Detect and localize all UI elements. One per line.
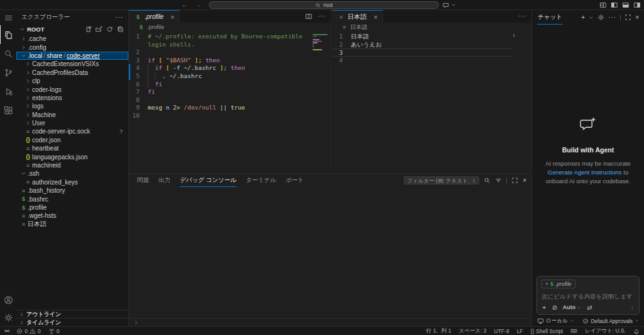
explorer-more-actions-icon[interactable]: ··· — [115, 14, 123, 21]
maximize-chat-icon[interactable] — [625, 14, 631, 21]
code-line[interactable]: login shells. — [129, 41, 312, 49]
tree-item[interactable]: $.bashrc — [16, 195, 128, 203]
keyboard-layout[interactable]: レイアウト: U.S. — [585, 327, 626, 335]
breadcrumb[interactable]: $ .profile — [129, 23, 331, 31]
add-context-chip[interactable]: + $ .profile — [541, 280, 575, 288]
code-line[interactable]: 7fi — [129, 88, 312, 96]
outline-section[interactable]: アウトライン — [16, 310, 128, 318]
tree-item[interactable]: CachedProfilesData — [16, 69, 128, 77]
code-line[interactable]: 4 — [332, 57, 513, 65]
notifications-bell-icon[interactable] — [633, 328, 640, 334]
keyboard-layout-icon[interactable] — [570, 327, 577, 334]
approvals-picker[interactable]: Default Approvals — [582, 318, 639, 324]
customize-layout-icon[interactable] — [599, 1, 607, 9]
debug-console-input[interactable] — [129, 318, 531, 326]
toggle-secondary-sidebar-icon[interactable] — [633, 1, 641, 9]
tree-item[interactable]: ≡code-server-ipc.sock? — [16, 127, 128, 135]
tree-item[interactable]: ≡heartbeat — [16, 144, 128, 152]
toggle-primary-sidebar-icon[interactable] — [611, 1, 618, 9]
ports-status[interactable]: 0 — [48, 328, 60, 334]
activity-item-run-and-debug[interactable] — [0, 82, 16, 101]
tree-item[interactable]: Machine — [16, 111, 128, 119]
code-line[interactable]: 9mesg n 2> /dev/null || true — [129, 104, 312, 112]
editor-more-actions-icon[interactable]: ··· — [518, 13, 526, 20]
new-folder-icon[interactable] — [96, 26, 103, 33]
chat-more-actions-icon[interactable]: ··· — [608, 14, 616, 21]
model-picker[interactable]: Auto — [563, 304, 582, 310]
tree-item[interactable]: coder-logs — [16, 85, 128, 93]
close-tab-icon[interactable]: × — [374, 13, 377, 21]
tab-chat[interactable]: チャット — [537, 10, 563, 25]
code-line[interactable]: 2 — [129, 48, 312, 57]
close-tab-icon[interactable]: × — [170, 13, 174, 21]
maximize-panel-icon[interactable] — [511, 177, 518, 184]
breadcrumb[interactable]: ≡ 日本語 — [332, 23, 531, 31]
activity-item-menu[interactable] — [0, 10, 16, 25]
eol[interactable]: LF — [517, 328, 523, 334]
send-icon[interactable]: ↑ — [631, 304, 635, 311]
back-arrow-icon[interactable]: ← — [182, 0, 188, 9]
cursor-position[interactable]: 行 1、列 1 — [426, 327, 452, 335]
tree-item[interactable]: clp — [16, 77, 128, 85]
code-editor-nihongo[interactable]: 1日本語2あいうえお34 — [332, 33, 513, 173]
tab-profile[interactable]: $ .profile × — [129, 10, 180, 23]
tab-nihongo[interactable]: ≡ 日本語 × — [332, 10, 383, 23]
language-mode[interactable]: {} Shell Script — [531, 328, 564, 334]
activity-item-source-control[interactable] — [0, 63, 16, 82]
code-line[interactable]: 3 — [332, 48, 513, 57]
configure-tools-icon[interactable]: ⇄ — [587, 304, 592, 311]
tree-item[interactable]: .cache — [16, 35, 128, 43]
problems-status[interactable]: 0 0 — [16, 328, 40, 334]
tree-item[interactable]: .ssh — [16, 169, 128, 178]
panel-tab-terminal[interactable]: ターミナル — [246, 174, 276, 187]
code-line[interactable]: 4 if [ -f ~/.bashrc ]; then — [129, 64, 312, 72]
instructions-icon[interactable]: ⊘ — [552, 304, 557, 311]
tree-item[interactable]: {}languagepacks.json — [16, 152, 128, 161]
panel-tab-debug-console[interactable]: デバッグ コンソール — [180, 174, 236, 187]
tree-item[interactable]: ≡authorized_keys — [16, 178, 128, 186]
chat-input-box[interactable]: + $ .profile 次にビルドする内容を説明します + ⊘ Auto ⇄ … — [536, 276, 640, 315]
code-line[interactable]: 6 fi — [129, 81, 312, 89]
tree-item[interactable]: .local/share/code-server — [16, 52, 128, 60]
tree-item[interactable]: .config — [16, 43, 128, 51]
attach-context-icon[interactable]: + — [542, 304, 546, 311]
encoding[interactable]: UTF-8 — [494, 328, 509, 334]
activity-item-search[interactable] — [0, 44, 16, 63]
console-settings-icon[interactable] — [495, 177, 502, 184]
find-in-console-icon[interactable] — [484, 177, 491, 184]
remote-indicator[interactable]: >< — [4, 328, 9, 334]
editor-more-actions-icon[interactable]: ··· — [318, 13, 326, 20]
code-line[interactable]: 8 — [129, 96, 312, 105]
minimap[interactable] — [313, 34, 329, 53]
toggle-panel-icon[interactable] — [622, 1, 630, 9]
tree-item[interactable]: ≡.bash_history — [16, 186, 128, 195]
new-file-icon[interactable] — [85, 26, 92, 33]
forward-arrow-icon[interactable]: → — [195, 0, 201, 9]
tree-item[interactable]: ≡machineid — [16, 161, 128, 169]
tree-item[interactable]: ≡.wget-hsts — [16, 212, 128, 220]
tree-item[interactable]: ≡日本語 — [16, 220, 128, 229]
console-filter-input[interactable] — [404, 176, 479, 185]
collapse-folders-icon[interactable] — [117, 26, 124, 33]
code-line[interactable]: 10 — [129, 112, 312, 120]
tree-item[interactable]: $.profile — [16, 203, 128, 212]
new-chat-dropdown-icon[interactable] — [589, 15, 594, 20]
code-line[interactable]: 1日本語 — [332, 33, 513, 41]
code-line[interactable]: 5 . ~/.bashrc — [129, 72, 312, 81]
panel-tab-output[interactable]: 出力 — [158, 174, 170, 187]
activity-item-extensions[interactable] — [0, 101, 16, 120]
activity-item-settings[interactable] — [0, 309, 16, 326]
tree-item[interactable]: extensions — [16, 94, 128, 102]
chat-settings-icon[interactable] — [597, 14, 604, 21]
command-center-search[interactable]: root — [209, 1, 439, 9]
activity-item-account[interactable] — [0, 291, 16, 309]
panel-tab-ports[interactable]: ポート — [286, 174, 304, 187]
code-line[interactable]: 2あいうえお — [332, 41, 513, 49]
tree-item[interactable]: {}coder.json — [16, 136, 128, 144]
panel-tab-problems[interactable]: 問題 — [137, 174, 149, 187]
copilot-chat-button[interactable] — [442, 1, 456, 9]
close-panel-icon[interactable]: × — [523, 178, 526, 184]
timeline-section[interactable]: タイムライン — [16, 318, 128, 326]
code-line[interactable]: 1# ~/.profile: executed by Bourne-compat… — [129, 33, 312, 41]
tree-item[interactable]: User — [16, 119, 128, 127]
